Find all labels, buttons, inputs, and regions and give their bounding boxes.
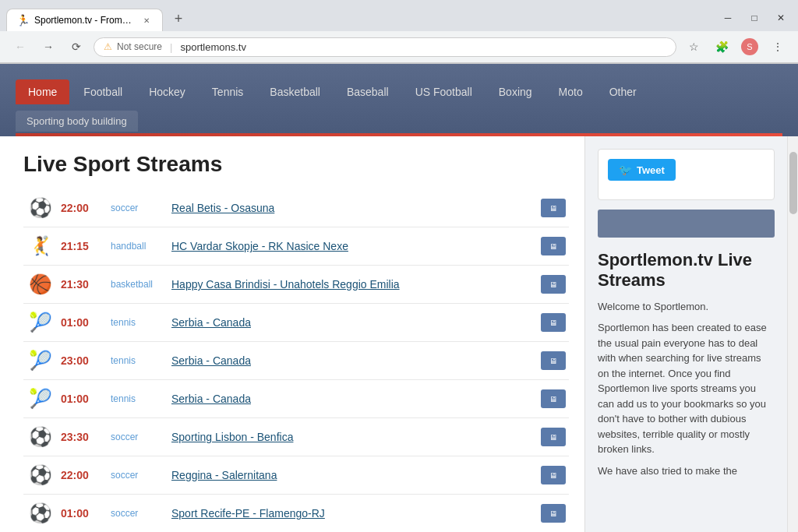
nav-bar: ← → ⟳ ⚠ Not secure | sportlemons.tv ☆ 🧩 … <box>0 31 798 63</box>
nav-sporting-body-building[interactable]: Sporting body building <box>16 111 138 132</box>
watch-button[interactable]: 🖥 <box>541 313 566 332</box>
nav-baseball[interactable]: Baseball <box>334 79 401 104</box>
stream-time: 01:00 <box>61 507 104 520</box>
browser-window: Home Football Hockey Tennis Basketball B… <box>0 64 798 532</box>
stream-time: 21:30 <box>61 278 104 291</box>
stream-time: 22:00 <box>61 202 104 214</box>
nav-other[interactable]: Other <box>597 79 649 104</box>
sport-icon-handball: 🤾 <box>26 232 55 260</box>
title-bar: 🏃 Sportlemon.tv - Fromhot - Lemo ✕ + ─ □… <box>0 0 798 31</box>
active-tab[interactable]: 🏃 Sportlemon.tv - Fromhot - Lemo ✕ <box>6 9 163 31</box>
stream-link[interactable]: Serbia - Canada <box>171 393 535 405</box>
minimize-button[interactable]: ─ <box>717 9 739 26</box>
stream-link[interactable]: Serbia - Canada <box>171 354 535 367</box>
stream-sport: tennis <box>111 393 165 404</box>
stream-time: 22:00 <box>61 469 104 481</box>
nav-tennis[interactable]: Tennis <box>200 79 256 104</box>
stream-link[interactable]: Reggina - Salernitana <box>171 469 535 481</box>
nav-hockey[interactable]: Hockey <box>136 79 198 104</box>
extensions-button[interactable]: 🧩 <box>711 36 733 58</box>
security-label: Not secure <box>117 41 162 52</box>
close-button[interactable]: ✕ <box>770 9 792 26</box>
stream-link[interactable]: Sporting Lisbon - Benfica <box>171 431 535 443</box>
stream-row: 🏀 21:30 basketball Happy Casa Brindisi -… <box>23 266 569 304</box>
stream-row: ⚽ 22:00 soccer Reggina - Salernitana 🖥 <box>23 456 569 495</box>
navigation-menu: Home Football Hockey Tennis Basketball B… <box>16 79 782 104</box>
stream-link[interactable]: Real Betis - Osasuna <box>171 202 535 214</box>
tab-close-button[interactable]: ✕ <box>140 14 153 26</box>
stream-time: 21:15 <box>61 240 104 252</box>
stream-link[interactable]: Sport Recife-PE - Flamengo-RJ <box>171 507 535 520</box>
watch-button[interactable]: 🖥 <box>541 466 566 484</box>
monitor-icon: 🖥 <box>549 319 557 327</box>
sport-icon-soccer: ⚽ <box>26 194 55 222</box>
profile-button[interactable]: S <box>739 36 761 58</box>
browser-chrome: 🏃 Sportlemon.tv - Fromhot - Lemo ✕ + ─ □… <box>0 0 798 64</box>
nav-us-football[interactable]: US Football <box>403 79 485 104</box>
sport-icon-tennis: 🎾 <box>26 347 55 375</box>
scroll-thumb[interactable] <box>789 152 797 214</box>
watch-button[interactable]: 🖥 <box>541 275 566 294</box>
tweet-label: Tweet <box>637 164 665 176</box>
watch-button[interactable]: 🖥 <box>541 199 566 217</box>
menu-button[interactable]: ⋮ <box>767 36 789 58</box>
sport-icon-soccer: ⚽ <box>26 499 55 527</box>
stream-time: 23:30 <box>61 431 104 443</box>
stream-sport: soccer <box>111 203 165 213</box>
bookmark-button[interactable]: ☆ <box>683 36 704 58</box>
stream-time: 01:00 <box>61 393 104 405</box>
streams-list: ⚽ 22:00 soccer Real Betis - Osasuna 🖥 🤾 … <box>23 189 569 532</box>
sidebar-bar <box>598 210 775 238</box>
tab-title: Sportlemon.tv - Fromhot - Lemo <box>34 15 136 26</box>
nav-moto[interactable]: Moto <box>546 79 595 104</box>
window-controls: ─ □ ✕ <box>717 9 792 26</box>
stream-row: ⚽ 23:30 soccer Sporting Lisbon - Benfica… <box>23 418 569 456</box>
stream-row: 🎾 01:00 tennis Serbia - Canada 🖥 <box>23 304 569 342</box>
new-tab-button[interactable]: + <box>168 8 189 30</box>
watch-button[interactable]: 🖥 <box>541 389 566 408</box>
stream-sport: soccer <box>111 470 165 481</box>
monitor-icon: 🖥 <box>549 471 557 480</box>
separator: | <box>170 41 172 53</box>
sport-icon-tennis: 🎾 <box>26 385 55 413</box>
nav-football[interactable]: Football <box>71 79 135 104</box>
watch-button[interactable]: 🖥 <box>541 351 566 370</box>
reload-button[interactable]: ⟳ <box>65 36 87 58</box>
monitor-icon: 🖥 <box>549 204 557 213</box>
forward-button[interactable]: → <box>37 36 59 58</box>
stream-link[interactable]: Happy Casa Brindisi - Unahotels Reggio E… <box>171 278 535 291</box>
stream-link[interactable]: Serbia - Canada <box>171 316 535 329</box>
stream-row: ⚽ 01:00 soccer Sport Recife-PE - Flameng… <box>23 495 569 532</box>
monitor-icon: 🖥 <box>549 395 557 403</box>
monitor-icon: 🖥 <box>549 509 557 518</box>
sport-icon-basketball: 🏀 <box>26 270 55 298</box>
sidebar-title: Sportlemon.tv Live Streams <box>598 250 775 291</box>
stream-row: 🤾 21:15 handball HC Vardar Skopje - RK N… <box>23 227 569 266</box>
sport-icon-soccer: ⚽ <box>26 461 55 489</box>
watch-button[interactable]: 🖥 <box>541 428 566 446</box>
twitter-bird-icon: 🐦 <box>619 164 632 176</box>
nav-boxing[interactable]: Boxing <box>486 79 545 104</box>
stream-row: 🎾 01:00 tennis Serbia - Canada 🖥 <box>23 380 569 418</box>
tweet-button[interactable]: 🐦 Tweet <box>608 159 676 181</box>
watch-button[interactable]: 🖥 <box>541 237 566 255</box>
monitor-icon: 🖥 <box>549 280 557 289</box>
back-button[interactable]: ← <box>9 36 31 58</box>
sport-icon-soccer: ⚽ <box>26 423 55 451</box>
nav-home[interactable]: Home <box>16 79 69 104</box>
security-icon: ⚠ <box>104 41 112 52</box>
stream-sport: soccer <box>111 432 165 442</box>
stream-row: ⚽ 22:00 soccer Real Betis - Osasuna 🖥 <box>23 189 569 227</box>
stream-time: 01:00 <box>61 316 104 329</box>
maximize-button[interactable]: □ <box>743 9 765 26</box>
sidebar-description2: We have also tried to make the <box>598 463 775 479</box>
nav-basketball[interactable]: Basketball <box>257 79 333 104</box>
site-header: Home Football Hockey Tennis Basketball B… <box>0 64 798 136</box>
scrollbar[interactable] <box>787 136 798 532</box>
stream-sport: tennis <box>111 317 165 328</box>
monitor-icon: 🖥 <box>549 357 557 365</box>
stream-link[interactable]: HC Vardar Skopje - RK Nasice Nexe <box>171 240 535 252</box>
address-bar[interactable]: ⚠ Not secure | sportlemons.tv <box>94 37 676 57</box>
stream-sport: soccer <box>111 508 165 519</box>
watch-button[interactable]: 🖥 <box>541 504 566 523</box>
